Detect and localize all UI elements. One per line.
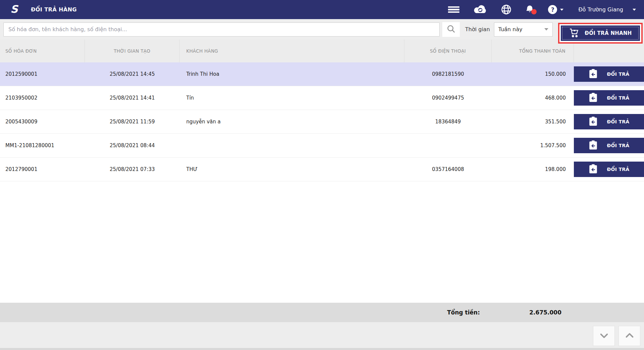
customer-cell: Tín — [180, 95, 404, 101]
chevron-down-icon — [633, 9, 636, 11]
grand-total-value: 2.675.000 — [492, 309, 574, 316]
quick-return-button[interactable]: ĐỔI TRẢ NHANH — [561, 25, 640, 41]
return-button-label: ĐỔI TRẢ — [607, 71, 630, 77]
created-cell: 25/08/2021 08:44 — [85, 142, 180, 149]
clipboard-return-icon — [589, 164, 598, 175]
help-menu[interactable]: ? — [548, 5, 563, 14]
total-cell: 198.000 — [492, 166, 574, 172]
column-header-created: THỜI GIAN TẠO — [85, 40, 180, 62]
bottom-bar — [0, 322, 644, 350]
clipboard-return-icon — [589, 93, 598, 104]
table-empty-area — [0, 181, 644, 303]
menu-hamburger-icon[interactable] — [448, 5, 459, 14]
clipboard-return-icon — [589, 116, 598, 127]
table-header: SỐ HÓA ĐƠN THỜI GIAN TẠO KHÁCH HÀNG SỐ Đ… — [0, 40, 644, 62]
search-input[interactable] — [3, 22, 440, 37]
chevron-up-icon — [624, 330, 635, 342]
phone-cell: 0357164008 — [404, 166, 492, 172]
user-name: Đỗ Trường Giang — [578, 6, 623, 13]
created-cell: 25/08/2021 14:45 — [85, 71, 180, 77]
cloud-sync-icon[interactable] — [473, 4, 488, 15]
clipboard-return-icon — [589, 140, 598, 151]
action-cell: ĐỔI TRẢ — [574, 66, 644, 82]
action-cell: ĐỔI TRẢ — [574, 114, 644, 129]
phone-cell: 0982181590 — [404, 71, 492, 77]
phone-cell: 0902499475 — [404, 95, 492, 101]
topbar-actions: ? Đỗ Trường Giang — [435, 4, 636, 15]
return-button-label: ĐỔI TRẢ — [607, 167, 630, 172]
help-icon: ? — [548, 5, 557, 14]
chevron-down-icon — [599, 330, 609, 342]
invoice-cell: 2103950002 — [0, 95, 85, 101]
table-body: 2012590001 25/08/2021 14:45 Trinh Thi Ho… — [0, 62, 644, 181]
grand-total-label: Tổng tiền: — [0, 309, 492, 316]
time-filter-label: Thời gian — [465, 26, 490, 33]
chevron-down-icon — [544, 28, 548, 31]
total-cell: 468.000 — [492, 95, 574, 101]
column-header-invoice: SỐ HÓA ĐƠN — [0, 40, 85, 62]
return-button-label: ĐỔI TRẢ — [607, 95, 630, 101]
total-cell: 1.507.500 — [492, 142, 574, 149]
return-button[interactable]: ĐỔI TRẢ — [574, 162, 644, 177]
return-button-label: ĐỔI TRẢ — [607, 143, 630, 148]
page-title: ĐỔI TRẢ HÀNG — [31, 6, 77, 13]
invoice-cell: 2012790001 — [0, 166, 85, 172]
globe-icon[interactable] — [501, 4, 511, 15]
created-cell: 25/08/2021 14:41 — [85, 95, 180, 101]
invoice-cell: 2005430009 — [0, 119, 85, 125]
action-cell: ĐỔI TRẢ — [574, 90, 644, 106]
return-button[interactable]: ĐỔI TRẢ — [574, 90, 644, 106]
action-cell: ĐỔI TRẢ — [574, 138, 644, 153]
table-row[interactable]: 2103950002 25/08/2021 14:41 Tín 09024994… — [0, 86, 644, 110]
time-filter-value: Tuần này — [498, 26, 523, 33]
return-button[interactable]: ĐỔI TRẢ — [574, 114, 644, 129]
cart-icon — [569, 27, 579, 39]
scroll-up-button[interactable] — [618, 326, 640, 346]
created-cell: 25/08/2021 07:33 — [85, 166, 180, 172]
column-header-phone: SỐ ĐIỆN THOẠI — [404, 40, 492, 62]
time-filter-select[interactable]: Tuần này — [494, 22, 553, 37]
customer-cell: Trinh Thi Hoa — [180, 71, 404, 77]
topbar: S ĐỔI TRẢ HÀNG — [0, 0, 644, 19]
filter-bar: Thời gian Tuần này — [0, 19, 644, 40]
customer-cell: nguyễn văn a — [180, 119, 404, 125]
return-button-label: ĐỔI TRẢ — [607, 119, 630, 124]
highlight-box: ĐỔI TRẢ NHANH — [558, 23, 643, 44]
invoice-cell: MM1-21081280001 — [0, 142, 85, 149]
return-button[interactable]: ĐỔI TRẢ — [574, 138, 644, 153]
app-logo[interactable]: S — [9, 3, 21, 17]
notification-badge — [531, 9, 537, 14]
scroll-down-button[interactable] — [593, 326, 615, 346]
summary-footer: Tổng tiền: 2.675.000 — [0, 303, 644, 322]
clipboard-return-icon — [589, 69, 598, 80]
total-cell: 150.000 — [492, 71, 574, 77]
table-row[interactable]: 2012590001 25/08/2021 14:45 Trinh Thi Ho… — [0, 62, 644, 86]
customer-cell: THƯ — [180, 166, 404, 172]
chevron-down-icon — [560, 9, 563, 11]
phone-cell: 18364849 — [404, 119, 492, 125]
invoice-cell: 2012590001 — [0, 71, 85, 77]
table-row[interactable]: 2005430009 25/08/2021 11:59 nguyễn văn a… — [0, 110, 644, 134]
table-row[interactable]: 2012790001 25/08/2021 07:33 THƯ 03571640… — [0, 158, 644, 181]
notifications-bell-icon[interactable] — [525, 5, 535, 14]
search-icon — [446, 24, 456, 35]
sapo-logo-icon: S — [9, 3, 21, 17]
svg-text:S: S — [10, 3, 19, 15]
action-cell: ĐỔI TRẢ — [574, 162, 644, 177]
search-button[interactable] — [442, 22, 460, 37]
return-button[interactable]: ĐỔI TRẢ — [574, 66, 644, 82]
quick-return-label: ĐỔI TRẢ NHANH — [585, 30, 632, 36]
user-menu[interactable]: Đỗ Trường Giang — [578, 6, 636, 13]
column-header-customer: KHÁCH HÀNG — [180, 40, 404, 62]
app-window: S ĐỔI TRẢ HÀNG — [0, 0, 644, 350]
table-row[interactable]: MM1-21081280001 25/08/2021 08:44 1.507.5… — [0, 134, 644, 158]
total-cell: 351.500 — [492, 119, 574, 125]
created-cell: 25/08/2021 11:59 — [85, 119, 180, 125]
